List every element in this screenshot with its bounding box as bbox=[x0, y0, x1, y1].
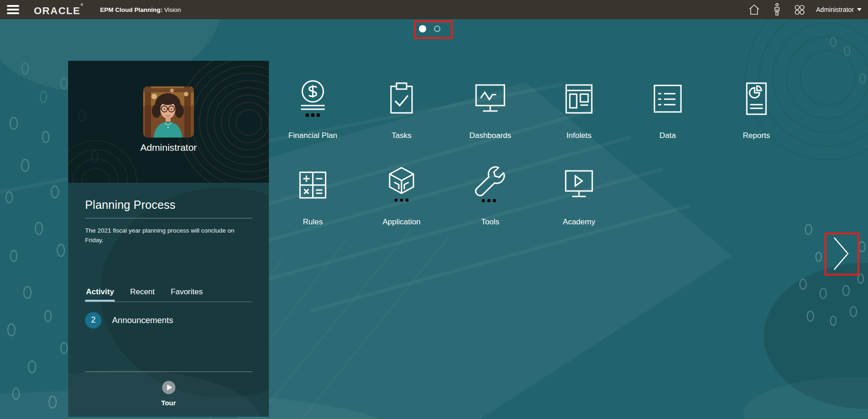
carousel-dot-2[interactable] bbox=[434, 26, 440, 32]
tile-label: Tools bbox=[481, 217, 499, 227]
announcements-label: Announcements bbox=[112, 315, 173, 325]
hamburger-menu-icon[interactable] bbox=[7, 5, 21, 14]
user-menu[interactable]: Administrator bbox=[816, 6, 862, 13]
next-page-button[interactable] bbox=[831, 236, 852, 272]
profile-panel-body: Planning Process The 2021 fiscal year pl… bbox=[68, 183, 269, 417]
home-icon bbox=[748, 4, 760, 16]
carousel-pagination bbox=[419, 25, 440, 32]
page-title: EPM Cloud Planning: Vision bbox=[100, 6, 181, 13]
panel-content: Planning Process The 2021 fiscal year pl… bbox=[85, 183, 252, 329]
data-icon bbox=[647, 79, 688, 120]
announcements-item[interactable]: 2 Announcements bbox=[85, 312, 252, 329]
header-actions: Administrator bbox=[745, 0, 868, 19]
tab-favorites[interactable]: Favorites bbox=[170, 287, 204, 302]
tile-label: Tasks bbox=[391, 131, 411, 140]
tasks-icon bbox=[381, 79, 422, 120]
tile-label: Financial Plan bbox=[289, 131, 338, 140]
user-menu-label: Administrator bbox=[816, 6, 854, 13]
epm-home-screen: ORACLE® EPM Cloud Planning: Vision bbox=[0, 0, 868, 419]
carousel-dot-1[interactable] bbox=[419, 25, 426, 32]
navigator-button[interactable] bbox=[791, 0, 809, 19]
tab-recent[interactable]: Recent bbox=[129, 287, 155, 302]
tile-label: Data bbox=[659, 131, 676, 140]
app-title: EPM Cloud Planning: bbox=[100, 6, 163, 13]
app-environment: Vision bbox=[164, 6, 181, 13]
tile-label: Application bbox=[382, 217, 420, 227]
announcements-count-badge: 2 bbox=[85, 312, 102, 329]
tile-label: Academy bbox=[563, 217, 595, 227]
announcement-text: The 2021 fiscal year planning process wi… bbox=[85, 226, 248, 245]
app-grid-row-1: Financial Plan Tasks Dashboards bbox=[268, 79, 801, 140]
oracle-logo: ORACLE® bbox=[34, 3, 83, 17]
assistance-button[interactable] bbox=[768, 0, 786, 19]
dashboards-icon bbox=[470, 79, 511, 120]
tile-financial-plan[interactable]: Financial Plan bbox=[268, 79, 357, 140]
tile-reports[interactable]: Reports bbox=[712, 79, 801, 140]
tile-tools[interactable]: Tools bbox=[446, 165, 535, 227]
avatar bbox=[143, 86, 194, 138]
section-title: Planning Process bbox=[85, 198, 252, 212]
tile-rules[interactable]: Rules bbox=[268, 165, 357, 227]
app-header: ORACLE® EPM Cloud Planning: Vision bbox=[0, 0, 868, 19]
tile-label: Infolets bbox=[567, 131, 592, 140]
profile-user-name: Administrator bbox=[68, 142, 269, 153]
tile-data[interactable]: Data bbox=[623, 79, 712, 140]
tile-label: Reports bbox=[743, 131, 770, 140]
grid-dots-icon bbox=[793, 4, 806, 16]
tab-activity[interactable]: Activity bbox=[85, 287, 115, 302]
tile-label: Dashboards bbox=[469, 131, 511, 140]
person-icon bbox=[772, 3, 782, 16]
registered-mark: ® bbox=[80, 3, 83, 7]
tile-label: Rules bbox=[303, 217, 322, 227]
chevron-right-icon bbox=[832, 236, 851, 271]
panel-tabs: Activity Recent Favorites bbox=[85, 287, 252, 302]
academy-icon bbox=[558, 165, 600, 207]
tile-tasks[interactable]: Tasks bbox=[357, 79, 446, 140]
tour-label: Tour bbox=[161, 399, 176, 407]
tools-icon bbox=[470, 165, 511, 207]
tour-button[interactable]: Tour bbox=[68, 380, 269, 407]
title-divider bbox=[85, 218, 252, 218]
application-icon bbox=[381, 165, 422, 207]
tile-infolets[interactable]: Infolets bbox=[535, 79, 623, 140]
profile-panel-top: Administrator bbox=[68, 61, 269, 183]
tile-application[interactable]: Application bbox=[357, 165, 446, 227]
reports-icon bbox=[736, 79, 777, 120]
avatar-photo bbox=[143, 86, 194, 138]
financial-plan-icon bbox=[292, 79, 333, 120]
app-grid-row-2: Rules Application To bbox=[268, 165, 623, 227]
play-icon bbox=[161, 380, 176, 395]
infolets-icon bbox=[558, 79, 600, 120]
tour-divider bbox=[85, 371, 252, 372]
tile-academy[interactable]: Academy bbox=[535, 165, 623, 227]
rules-icon bbox=[292, 165, 333, 207]
profile-panel: Administrator Planning Process The 2021 … bbox=[68, 61, 269, 417]
home-button[interactable] bbox=[745, 0, 763, 19]
caret-down-icon bbox=[857, 8, 862, 11]
tile-dashboards[interactable]: Dashboards bbox=[446, 79, 535, 140]
